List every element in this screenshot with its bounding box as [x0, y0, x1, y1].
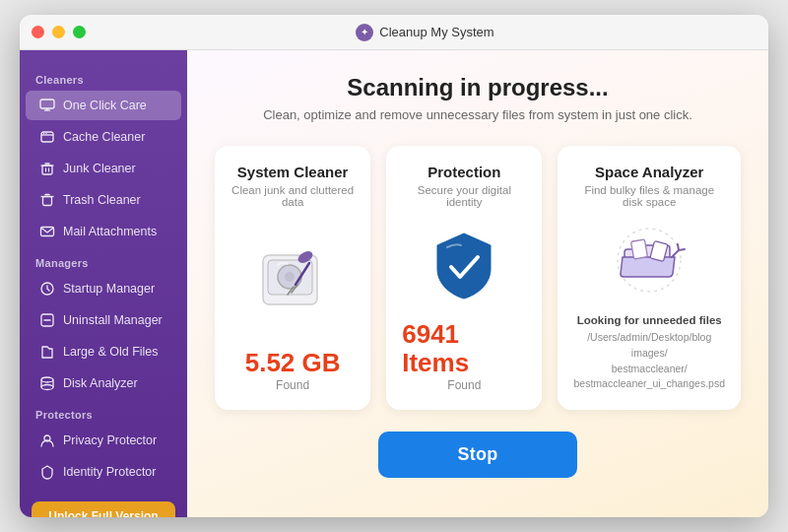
sidebar-item-mail-attachments[interactable]: Mail Attachments — [26, 217, 181, 246]
svg-point-6 — [45, 133, 46, 134]
managers-section-label: Managers — [20, 247, 187, 273]
svg-rect-3 — [41, 132, 53, 142]
cards-row: System Cleaner Clean junk and cluttered … — [215, 146, 741, 410]
sidebar-item-trash-cleaner[interactable]: Trash Cleaner — [26, 185, 181, 215]
sidebar-item-disk-analyzer[interactable]: Disk Analyzer — [26, 368, 181, 398]
card-subtitle: Find bulky files & manage disk space — [573, 184, 725, 208]
sidebar: Cleaners One Click Care Cache Cleaner Ju… — [20, 50, 187, 517]
mail-icon — [39, 224, 55, 239]
card-subtitle: Secure your digital identity — [402, 184, 526, 208]
protection-card: Protection Secure your digital identity … — [386, 146, 542, 410]
sidebar-label: Privacy Protector — [63, 433, 157, 447]
card-value: 5.52 GB — [245, 349, 341, 377]
card-title: Space Analyzer — [595, 164, 703, 180]
svg-line-39 — [679, 249, 685, 250]
svg-rect-36 — [630, 239, 647, 259]
svg-point-22 — [41, 377, 53, 382]
card-looking: Looking for unneeded files — [573, 314, 725, 326]
trash-icon — [39, 192, 55, 208]
maximize-button[interactable] — [73, 26, 86, 38]
svg-rect-12 — [43, 197, 52, 206]
sidebar-item-startup-manager[interactable]: Startup Manager — [26, 274, 181, 303]
svg-point-5 — [43, 133, 44, 134]
scan-title: Scanning in progress... — [347, 74, 608, 101]
minimize-button[interactable] — [52, 26, 65, 38]
card-value: 6941 Items — [402, 320, 526, 376]
stop-button[interactable]: Stop — [378, 432, 576, 478]
sidebar-item-identity-protector[interactable]: Identity Protector — [26, 457, 181, 487]
svg-point-29 — [285, 272, 295, 282]
uninstall-icon — [39, 312, 55, 328]
monitor-icon — [39, 98, 55, 113]
card-path: /Users/admin/Desktop/blog images/bestmac… — [573, 330, 725, 392]
sidebar-item-cache-cleaner[interactable]: Cache Cleaner — [26, 122, 181, 152]
close-button[interactable] — [32, 26, 44, 38]
sidebar-item-one-click-care[interactable]: One Click Care — [26, 91, 181, 120]
protection-illustration — [420, 222, 508, 310]
card-found: Found — [447, 378, 481, 392]
sidebar-label: Large & Old Files — [63, 345, 159, 359]
privacy-icon — [39, 432, 55, 448]
identity-icon — [39, 464, 55, 480]
sidebar-item-large-old-files[interactable]: Large & Old Files — [26, 337, 181, 366]
card-found: Found — [276, 378, 309, 392]
titlebar: ✦ Cleanup My System — [20, 15, 768, 50]
sidebar-label: Junk Cleaner — [63, 162, 136, 175]
system-cleaner-card: System Cleaner Clean junk and cluttered … — [215, 146, 370, 410]
right-panel: Scanning in progress... Clean, optimize … — [187, 50, 768, 517]
junk-icon — [39, 161, 55, 176]
cleaner-illustration — [248, 222, 337, 339]
titlebar-center: ✦ Cleanup My System — [94, 24, 756, 41]
card-subtitle: Clean junk and cluttered data — [230, 184, 355, 208]
svg-line-37 — [672, 250, 679, 257]
sidebar-item-privacy-protector[interactable]: Privacy Protector — [26, 426, 181, 455]
sidebar-label: One Click Care — [63, 99, 147, 112]
files-icon — [39, 344, 55, 360]
sidebar-label: Cache Cleaner — [63, 130, 145, 144]
sidebar-label: Disk Analyzer — [63, 376, 138, 390]
disk-icon — [39, 375, 55, 391]
svg-rect-7 — [42, 166, 52, 174]
space-analyzer-card: Space Analyzer Find bulky files & manage… — [558, 146, 741, 410]
scan-subtitle: Clean, optimize and remove unnecessary f… — [263, 107, 692, 122]
svg-rect-0 — [40, 100, 54, 108]
cleaners-section-label: Cleaners — [20, 64, 187, 90]
protectors-section-label: Protectors — [20, 399, 187, 425]
svg-point-19 — [41, 385, 53, 390]
sidebar-label: Mail Attachments — [63, 225, 157, 238]
space-illustration — [603, 222, 696, 302]
sidebar-item-junk-cleaner[interactable]: Junk Cleaner — [26, 154, 181, 183]
startup-icon — [39, 281, 55, 297]
card-title: System Cleaner — [237, 164, 349, 180]
sidebar-label: Uninstall Manager — [63, 313, 163, 327]
app-window: ✦ Cleanup My System Cleaners One Click C… — [20, 15, 768, 517]
sidebar-bottom: Unlock Full Version — [20, 488, 187, 517]
sidebar-item-uninstall-manager[interactable]: Uninstall Manager — [26, 305, 181, 335]
main-content: Cleaners One Click Care Cache Cleaner Ju… — [20, 50, 768, 517]
sidebar-label: Startup Manager — [63, 282, 155, 296]
sidebar-label: Identity Protector — [63, 465, 157, 479]
cache-icon — [39, 129, 55, 145]
card-title: Protection — [427, 164, 500, 180]
app-icon: ✦ — [356, 24, 373, 41]
sidebar-label: Trash Cleaner — [63, 193, 141, 207]
window-title: Cleanup My System — [379, 25, 493, 39]
unlock-button[interactable]: Unlock Full Version — [32, 501, 175, 517]
